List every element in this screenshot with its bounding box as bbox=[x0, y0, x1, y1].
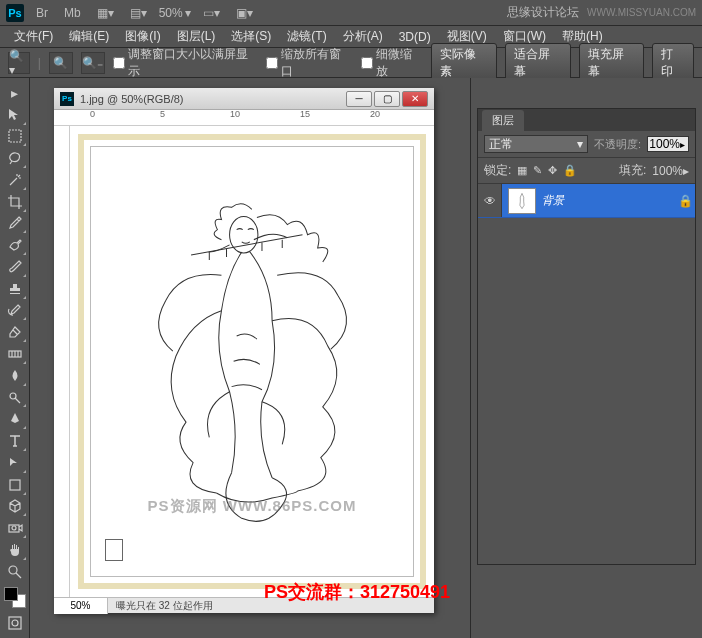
ruler-horizontal: 0 5 10 15 20 bbox=[54, 110, 434, 126]
watermark-text: PS资源网 WWW.86PS.COM bbox=[148, 497, 357, 516]
3d-tool-icon[interactable] bbox=[3, 496, 27, 518]
layers-panel: 图层 正常▾ 不透明度: 100%▸ 锁定: ▦ ✎ ✥ 🔒 填充: 100%▸… bbox=[477, 108, 696, 565]
layer-lock-icon: 🔒 bbox=[675, 194, 695, 208]
canvas[interactable]: PS资源网 WWW.86PS.COM bbox=[70, 126, 434, 597]
lock-position-icon[interactable]: ✥ bbox=[548, 164, 557, 177]
lock-all-icon[interactable]: 🔒 bbox=[563, 164, 577, 177]
svg-point-8 bbox=[12, 526, 16, 530]
shape-tool-icon[interactable] bbox=[3, 474, 27, 496]
crop-tool-icon[interactable] bbox=[3, 191, 27, 213]
color-swatch[interactable] bbox=[4, 587, 26, 609]
dodge-tool-icon[interactable] bbox=[3, 387, 27, 409]
fit-screen-button[interactable]: 适合屏幕 bbox=[505, 43, 571, 83]
ruler-vertical bbox=[54, 126, 70, 597]
resize-window-checkbox[interactable]: 调整窗口大小以满屏显示 bbox=[113, 46, 259, 80]
menu-analysis[interactable]: 分析(A) bbox=[337, 26, 389, 47]
hand-tool-icon[interactable] bbox=[3, 539, 27, 561]
artwork-illustration bbox=[115, 179, 389, 544]
print-size-button[interactable]: 打印 bbox=[652, 43, 694, 83]
document-title: 1.jpg @ 50%(RGB/8) bbox=[80, 93, 340, 105]
stamp-tool-icon[interactable] bbox=[3, 278, 27, 300]
wand-tool-icon[interactable] bbox=[3, 169, 27, 191]
visibility-eye-icon[interactable]: 👁 bbox=[478, 184, 502, 217]
collapse-icon[interactable]: ▸ bbox=[3, 82, 27, 104]
maximize-button[interactable]: ▢ bbox=[374, 91, 400, 107]
app-bar: Ps Br Mb ▦▾ ▤▾ 50%▾ ▭▾ ▣▾ 思缘设计论坛 WWW.MIS… bbox=[0, 0, 702, 26]
scrubby-zoom-checkbox[interactable]: 细微缩放 bbox=[361, 46, 424, 80]
zoom-in-icon[interactable]: 🔍 bbox=[49, 52, 73, 74]
svg-rect-10 bbox=[9, 617, 21, 629]
fill-screen-button[interactable]: 填充屏幕 bbox=[579, 43, 645, 83]
fill-label: 填充: bbox=[619, 162, 646, 179]
panels-area: 图层 正常▾ 不透明度: 100%▸ 锁定: ▦ ✎ ✥ 🔒 填充: 100%▸… bbox=[470, 78, 702, 638]
type-tool-icon[interactable] bbox=[3, 430, 27, 452]
zoom-tool-preset[interactable]: 🔍▾ bbox=[8, 52, 30, 74]
gradient-tool-icon[interactable] bbox=[3, 343, 27, 365]
lock-label: 锁定: bbox=[484, 162, 511, 179]
screen-mode-icon[interactable]: ▦▾ bbox=[93, 4, 118, 22]
bridge-icon[interactable]: Br bbox=[32, 4, 52, 22]
lasso-tool-icon[interactable] bbox=[3, 147, 27, 169]
document-icon: Ps bbox=[60, 92, 74, 106]
menu-filter[interactable]: 滤镜(T) bbox=[281, 26, 332, 47]
camera-tool-icon[interactable] bbox=[3, 517, 27, 539]
svg-rect-0 bbox=[9, 130, 21, 142]
actual-pixels-button[interactable]: 实际像素 bbox=[431, 43, 497, 83]
close-button[interactable]: ✕ bbox=[402, 91, 428, 107]
layer-row[interactable]: 👁 背景 🔒 bbox=[478, 184, 695, 218]
layer-name[interactable]: 背景 bbox=[542, 193, 675, 208]
mini-bridge-icon[interactable]: Mb bbox=[60, 4, 85, 22]
seal-icon bbox=[105, 539, 123, 561]
zoom-all-checkbox[interactable]: 缩放所有窗口 bbox=[266, 46, 352, 80]
lock-pixels-icon[interactable]: ✎ bbox=[533, 164, 542, 177]
options-bar: 🔍▾ | 🔍 🔍₋ 调整窗口大小以满屏显示 缩放所有窗口 细微缩放 实际像素 适… bbox=[0, 48, 702, 78]
menu-layer[interactable]: 图层(L) bbox=[171, 26, 222, 47]
svg-point-9 bbox=[9, 566, 17, 574]
menu-select[interactable]: 选择(S) bbox=[225, 26, 277, 47]
blur-tool-icon[interactable] bbox=[3, 365, 27, 387]
svg-point-11 bbox=[12, 620, 18, 626]
lock-transparent-icon[interactable]: ▦ bbox=[517, 164, 527, 177]
canvas-area: Ps 1.jpg @ 50%(RGB/8) ─ ▢ ✕ 0 5 10 15 20 bbox=[30, 78, 470, 638]
zoom-out-icon[interactable]: 🔍₋ bbox=[81, 52, 105, 74]
document-window: Ps 1.jpg @ 50%(RGB/8) ─ ▢ ✕ 0 5 10 15 20 bbox=[54, 88, 434, 613]
eyedropper-tool-icon[interactable] bbox=[3, 213, 27, 235]
marquee-tool-icon[interactable] bbox=[3, 126, 27, 148]
pen-tool-icon[interactable] bbox=[3, 408, 27, 430]
history-brush-icon[interactable] bbox=[3, 300, 27, 322]
eraser-tool-icon[interactable] bbox=[3, 321, 27, 343]
quickmask-icon[interactable] bbox=[3, 612, 27, 634]
workspace-icon[interactable]: ▣▾ bbox=[232, 4, 257, 22]
ps-logo-icon: Ps bbox=[6, 4, 24, 22]
main-area: ▸ Ps 1.jpg @ 50%(RGB/8) bbox=[0, 78, 702, 638]
brush-tool-icon[interactable] bbox=[3, 256, 27, 278]
zoom-input[interactable]: 50% bbox=[54, 598, 108, 614]
zoom-tool-icon[interactable] bbox=[3, 561, 27, 583]
move-tool-icon[interactable] bbox=[3, 104, 27, 126]
site-label: 思缘设计论坛 bbox=[507, 4, 579, 21]
zoom-level-select[interactable]: 50%▾ bbox=[159, 6, 191, 20]
menu-3d[interactable]: 3D(D) bbox=[393, 28, 437, 46]
arrange-icon[interactable]: ▭▾ bbox=[199, 4, 224, 22]
menu-image[interactable]: 图像(I) bbox=[119, 26, 166, 47]
layer-thumbnail[interactable] bbox=[508, 188, 536, 214]
document-titlebar[interactable]: Ps 1.jpg @ 50%(RGB/8) ─ ▢ ✕ bbox=[54, 88, 434, 110]
heal-tool-icon[interactable] bbox=[3, 234, 27, 256]
layer-list: 👁 背景 🔒 bbox=[478, 184, 695, 564]
menu-edit[interactable]: 编辑(E) bbox=[63, 26, 115, 47]
svg-rect-6 bbox=[10, 480, 20, 490]
menu-file[interactable]: 文件(F) bbox=[8, 26, 59, 47]
fill-input[interactable]: 100%▸ bbox=[652, 164, 689, 178]
layers-tab[interactable]: 图层 bbox=[482, 110, 524, 131]
site-url: WWW.MISSYUAN.COM bbox=[587, 7, 696, 18]
opacity-input[interactable]: 100%▸ bbox=[647, 136, 689, 152]
path-tool-icon[interactable] bbox=[3, 452, 27, 474]
minimize-button[interactable]: ─ bbox=[346, 91, 372, 107]
tool-palette: ▸ bbox=[0, 78, 30, 638]
blend-mode-select[interactable]: 正常▾ bbox=[484, 135, 588, 153]
opacity-label: 不透明度: bbox=[594, 137, 641, 152]
extras-icon[interactable]: ▤▾ bbox=[126, 4, 151, 22]
promo-text: PS交流群：312750491 bbox=[264, 580, 450, 604]
